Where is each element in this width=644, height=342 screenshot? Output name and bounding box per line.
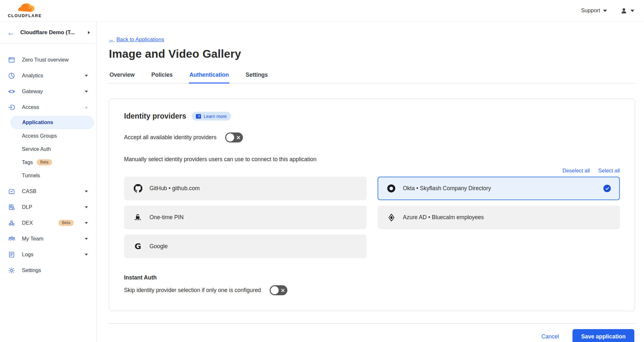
sidebar-item-label: Settings <box>22 267 88 273</box>
user-icon <box>620 7 627 14</box>
instant-auth-toggle[interactable] <box>270 285 287 295</box>
deselect-all-link[interactable]: Deselect all <box>562 168 590 174</box>
chevron-down-icon[interactable] <box>85 206 88 208</box>
tab-overview[interactable]: Overview <box>109 68 135 83</box>
sidebar-item-access-groups[interactable]: Access Groups <box>0 129 96 142</box>
sidebar-item-settings[interactable]: Settings <box>0 262 96 278</box>
sidebar-item-label: Zero Trust overview <box>22 57 88 63</box>
support-menu[interactable]: Support <box>581 7 607 14</box>
document-lock-icon <box>8 203 15 211</box>
x-icon <box>281 288 285 292</box>
provider-tile-okta[interactable]: Okta • Skyflash Company Directory <box>378 177 620 200</box>
sidebar-item-logs[interactable]: Logs <box>0 247 96 262</box>
sidebar-item-dex[interactable]: DEX Beta <box>0 215 96 231</box>
sidebar-item-label: Tunnels <box>22 173 40 179</box>
login-arrow-icon <box>8 103 15 111</box>
instant-auth-heading: Instant Auth <box>124 274 620 281</box>
back-arrow-icon[interactable]: ← <box>7 29 14 36</box>
gear-icon <box>8 267 15 274</box>
pin-asterisks: **** <box>134 220 141 221</box>
log-list-icon <box>8 251 15 259</box>
select-all-link[interactable]: Select all <box>598 168 620 174</box>
sidebar-item-casb[interactable]: CASB <box>0 183 96 199</box>
selected-check-icon <box>603 185 611 192</box>
chevron-down-icon[interactable] <box>85 91 88 93</box>
sidebar-item-label: Logs <box>22 251 78 258</box>
learn-more-badge[interactable]: Learn more <box>192 112 231 121</box>
sidebar-item-my-team[interactable]: My Team <box>0 231 96 247</box>
footer-actions: Cancel Save application <box>109 324 635 342</box>
x-icon <box>236 136 240 140</box>
tab-authentication[interactable]: Authentication <box>189 68 230 83</box>
cloudflare-cloud-icon <box>14 3 35 13</box>
chevron-up-icon[interactable] <box>85 106 88 108</box>
sidebar-item-label: Gateway <box>22 88 78 94</box>
window-icon <box>8 56 15 64</box>
sidebar-item-zero-trust-overview[interactable]: Zero Trust overview <box>0 52 96 68</box>
chevron-down-icon[interactable] <box>85 191 88 192</box>
sidebar-item-label: Access Groups <box>22 133 57 139</box>
chevron-down-icon <box>630 10 634 12</box>
sidebar-item-label: My Team <box>22 236 78 242</box>
sidebar-item-label: DLP <box>22 204 78 210</box>
identity-providers-card: Identity providers Learn more Accept all… <box>109 99 635 311</box>
account-name[interactable]: Cloudflare Demo (T... <box>20 29 82 36</box>
page-title: Image and Video Gallery <box>109 47 635 60</box>
provider-tile-github[interactable]: GitHub • github.com <box>124 177 367 200</box>
back-arrow-icon: ← <box>109 36 114 43</box>
tab-bar: Overview Policies Authentication Setting… <box>109 68 635 83</box>
sidebar-item-label: Tags <box>22 160 33 165</box>
learn-more-label: Learn more <box>204 114 227 119</box>
cloudflare-logo[interactable]: CLOUDFLARE <box>5 3 45 18</box>
provider-tile-azure-ad[interactable]: Azure AD • Bluecalm employees <box>378 206 620 229</box>
sidebar-item-gateway[interactable]: Gateway <box>0 83 96 99</box>
card-heading: Identity providers <box>124 112 186 121</box>
azure-ad-icon <box>387 213 396 222</box>
pie-chart-icon <box>8 72 15 80</box>
one-time-pin-lock-icon: **** <box>133 214 143 221</box>
chevron-down-icon[interactable] <box>85 254 88 256</box>
okta-icon <box>387 184 396 193</box>
sidebar-item-label: Analytics <box>22 73 78 79</box>
cloudflare-wordmark: CLOUDFLARE <box>8 13 42 18</box>
tab-settings[interactable]: Settings <box>245 68 268 83</box>
sidebar-account-header: ← Cloudflare Demo (T... <box>0 22 96 44</box>
beta-badge: Beta <box>37 159 52 165</box>
access-subnav: Applications Access Groups Service Auth … <box>0 115 96 183</box>
user-menu[interactable] <box>620 7 634 14</box>
cancel-button[interactable]: Cancel <box>541 333 559 340</box>
provider-tile-one-time-pin[interactable]: **** One-time PIN <box>124 206 367 229</box>
google-icon: G <box>133 242 143 250</box>
chevron-down-icon <box>603 10 607 12</box>
topbar-right: Support <box>581 7 634 14</box>
chevron-down-icon[interactable] <box>85 75 88 77</box>
sidebar-item-label: CASB <box>22 188 78 194</box>
sidebar-item-tunnels[interactable]: Tunnels <box>0 169 96 182</box>
sidebar-item-tags[interactable]: Tags Beta <box>0 156 96 169</box>
save-application-button[interactable]: Save application <box>572 329 634 342</box>
top-bar: CLOUDFLARE Support <box>0 0 644 22</box>
sidebar-item-service-auth[interactable]: Service Auth <box>0 142 96 156</box>
gateway-icon <box>8 88 15 95</box>
back-to-applications-link[interactable]: ← Back to Applications <box>109 36 164 43</box>
provider-label: Google <box>149 243 168 250</box>
sidebar-item-applications[interactable]: Applications <box>11 116 94 129</box>
sidebar-item-access[interactable]: Access <box>0 99 96 115</box>
chevron-down-icon[interactable] <box>85 238 88 240</box>
sidebar-item-dlp[interactable]: DLP <box>0 199 96 215</box>
tab-policies[interactable]: Policies <box>151 68 173 83</box>
sidebar: ← Cloudflare Demo (T... Zero Trust overv… <box>0 22 97 342</box>
support-label: Support <box>581 7 600 14</box>
chevron-right-icon[interactable] <box>88 31 90 34</box>
sidebar-item-label: Access <box>22 104 78 110</box>
sidebar-nav: Zero Trust overview Analytics Gateway Ac… <box>0 44 96 278</box>
sidebar-item-label: DEX <box>22 220 52 226</box>
provider-label: Azure AD • Bluecalm employees <box>403 214 484 221</box>
chevron-down-icon[interactable] <box>85 222 88 224</box>
book-icon <box>196 114 201 119</box>
box-check-icon <box>8 188 15 195</box>
network-nodes-icon <box>8 219 15 227</box>
sidebar-item-analytics[interactable]: Analytics <box>0 68 96 83</box>
accept-all-toggle[interactable] <box>225 132 243 142</box>
provider-tile-google[interactable]: G Google <box>124 235 367 258</box>
